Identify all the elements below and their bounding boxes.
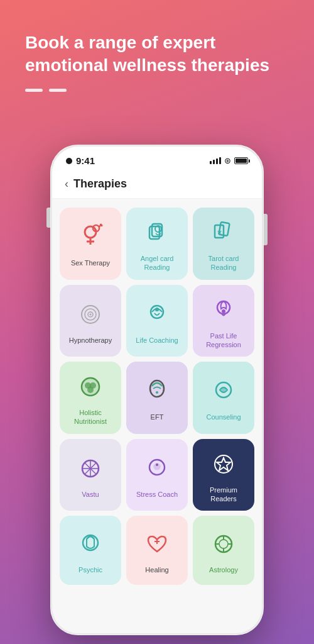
svg-point-20 [222, 309, 225, 313]
therapy-label-2: Angel card Reading [130, 254, 184, 272]
nav-title: Therapies [73, 177, 127, 191]
therapy-card-8[interactable]: EFT [126, 362, 188, 434]
svg-point-27 [156, 391, 158, 394]
therapy-list: Sex TherapyAngel card Reading★Tarot card… [52, 199, 262, 633]
nav-bar: ‹ Therapies [52, 171, 262, 199]
past-life-icon [207, 294, 240, 326]
therapy-label-12: Premium Readers [197, 486, 251, 504]
therapy-card-9[interactable]: Counseling [193, 362, 254, 434]
therapy-card-1[interactable]: Sex Therapy [60, 208, 121, 280]
therapy-label-14: Healing [145, 565, 168, 574]
psychic-icon [74, 528, 107, 560]
therapy-grid: Sex TherapyAngel card Reading★Tarot card… [60, 208, 254, 585]
astrology-icon [207, 528, 240, 560]
therapy-card-15[interactable]: Astrology [193, 516, 254, 585]
status-bar: 9:41 ⊛ [52, 147, 262, 171]
therapy-card-10[interactable]: Vastu [60, 439, 121, 511]
therapy-card-11[interactable]: Stress Coach [126, 439, 188, 511]
status-time: 9:41 [76, 155, 95, 166]
therapy-card-5[interactable]: Life Coaching [126, 285, 188, 357]
page-title: Book a range of expert emotional wellnes… [25, 31, 289, 77]
sex-therapy-icon [74, 221, 107, 253]
svg-marker-38 [217, 458, 230, 470]
therapy-card-4[interactable]: Hypnotherapy [60, 285, 121, 357]
eft-icon [141, 375, 173, 408]
therapy-label-1: Sex Therapy [71, 258, 110, 267]
therapy-label-5: Life Coaching [136, 336, 178, 345]
therapy-label-6: Past Life Regression [197, 331, 251, 350]
svg-point-43 [219, 540, 228, 548]
therapy-label-7: Holistic Nutritionist [63, 408, 117, 426]
therapy-label-4: Hypnotherapy [69, 336, 112, 345]
svg-point-29 [221, 387, 226, 392]
therapy-card-13[interactable]: Psychic [60, 516, 121, 585]
svg-point-0 [85, 226, 96, 238]
signal-icon [210, 157, 221, 164]
therapy-card-3[interactable]: ★Tarot card Reading [193, 208, 254, 280]
svg-point-16 [90, 313, 92, 315]
svg-point-18 [155, 308, 159, 311]
therapy-card-6[interactable]: Past Life Regression [193, 285, 254, 357]
counseling-icon [207, 375, 240, 408]
therapy-label-10: Vastu [82, 490, 99, 499]
therapy-label-8: EFT [151, 413, 164, 421]
vastu-icon [74, 452, 107, 485]
therapy-label-11: Stress Coach [136, 490, 178, 499]
therapy-card-2[interactable]: Angel card Reading [126, 208, 188, 280]
therapy-card-12[interactable]: Premium Readers [193, 439, 254, 511]
therapy-label-13: Psychic [78, 565, 102, 574]
decorative-dots [25, 89, 289, 92]
holistic-icon [74, 370, 107, 403]
camera-dot [66, 158, 72, 164]
therapy-card-14[interactable]: Healing [126, 516, 188, 585]
therapy-card-7[interactable]: Holistic Nutritionist [60, 362, 121, 434]
therapy-label-3: Tarot card Reading [197, 254, 251, 272]
healing-icon [141, 528, 173, 560]
angel-card-icon [141, 216, 173, 249]
stress-coach-icon [141, 452, 173, 485]
wifi-icon: ⊛ [224, 156, 231, 165]
premium-icon [207, 448, 240, 480]
tarot-card-icon: ★ [207, 216, 240, 249]
back-button[interactable]: ‹ [65, 177, 68, 191]
therapy-label-15: Astrology [209, 565, 238, 574]
svg-point-36 [156, 464, 158, 466]
status-icons: ⊛ [210, 156, 248, 165]
life-coaching-icon [141, 298, 173, 331]
battery-icon [234, 157, 248, 164]
svg-point-25 [87, 387, 94, 393]
therapy-label-9: Counseling [206, 413, 241, 421]
hypnotherapy-icon [74, 298, 107, 331]
svg-text:★: ★ [217, 228, 222, 235]
